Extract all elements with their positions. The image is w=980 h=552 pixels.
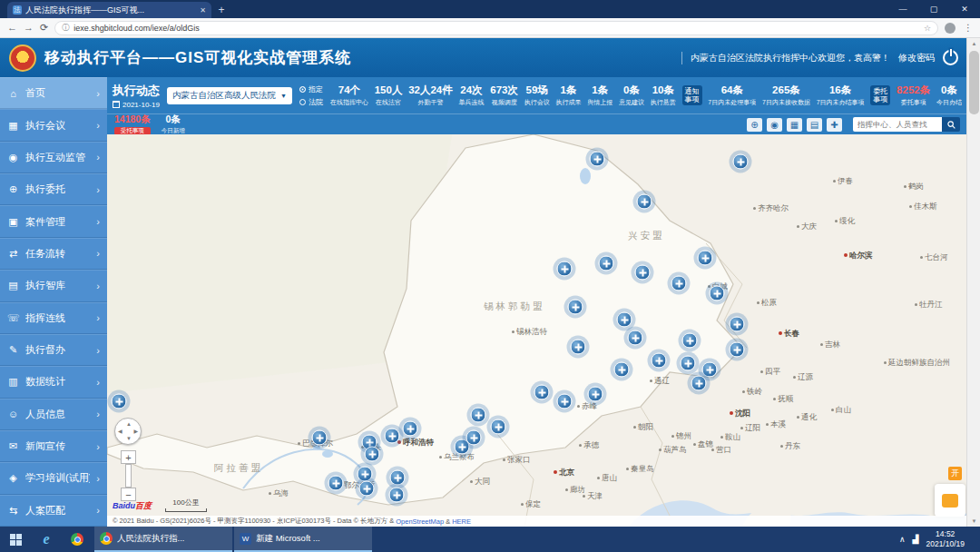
pan-right-icon[interactable]: ▶ [133,429,138,434]
court-marker[interactable] [312,430,328,446]
court-marker[interactable] [698,251,713,266]
maximize-button[interactable]: ▢ [918,0,949,18]
tray-expand-icon[interactable]: ∧ [899,535,906,544]
clock[interactable]: 14:52 2021/10/19 [926,529,965,548]
close-button[interactable]: ✕ [949,0,980,18]
court-marker[interactable] [557,394,573,409]
sidebar-item-meeting[interactable]: ▦执行会议› [0,109,107,141]
court-marker[interactable] [385,429,400,444]
bookmark-star-icon[interactable]: ☆ [924,24,931,33]
taskbar-task[interactable]: W新建 Microsoft ... [234,527,372,552]
panel-open-tab[interactable]: 开 [948,467,962,480]
here-link[interactable]: HERE [452,518,471,526]
change-password-link[interactable]: 修改密码 [898,52,935,64]
court-marker[interactable] [637,194,652,210]
court-marker[interactable] [730,317,745,332]
map-canvas[interactable]: 伊春齐齐哈尔鹤岗佳木斯大庆绥化哈尔滨七台河牡丹江松原白城长春吉林延边朝鲜族自治州… [107,134,980,527]
sidebar-item-personnel[interactable]: ☺人员信息› [0,399,107,430]
radio-designate[interactable]: 指定 [299,84,323,94]
zoom-slider[interactable] [125,464,132,488]
satellite-icon[interactable]: ◉ [767,118,782,132]
pan-left-icon[interactable]: ◀ [118,429,122,434]
sidebar-item-home[interactable]: ⌂首页› [0,77,107,109]
scroll-down-icon[interactable]: ▼ [967,516,980,527]
court-marker[interactable] [389,488,405,503]
network-icon[interactable]: ▟ [913,535,919,544]
osm-link[interactable]: OpenStreetMap [396,518,444,526]
sidebar-item-statistics[interactable]: ▥数据统计› [0,366,107,398]
ie-launch-button[interactable]: e [31,527,62,552]
court-marker[interactable] [571,340,586,355]
sidebar-item-hotline[interactable]: ☏指挥连线› [0,302,107,334]
court-marker[interactable] [652,353,667,369]
search-input[interactable] [853,117,942,132]
court-marker[interactable] [682,333,698,349]
sidebar-item-supervise[interactable]: ✎执行督办› [0,334,107,366]
target-icon[interactable]: ⊕ [747,118,762,132]
scrollbar-thumb[interactable] [969,51,979,114]
chrome-launch-button[interactable] [62,527,93,552]
tab-close-icon[interactable]: ✕ [200,6,206,15]
court-marker[interactable] [466,430,482,446]
refresh-button[interactable]: ⟳ [40,23,48,33]
floating-widget[interactable] [935,484,965,517]
sidebar-item-cases[interactable]: ▣案件管理› [0,205,107,237]
taskbar-task[interactable]: 人民法院执行指... [94,527,232,552]
court-marker[interactable] [359,481,375,497]
scroll-up-icon[interactable]: ▲ [967,38,980,49]
court-marker[interactable] [691,376,707,391]
sidebar-item-entrust[interactable]: ⊕执行委托› [0,173,107,205]
court-marker[interactable] [588,387,603,402]
court-marker[interactable] [365,447,380,462]
court-marker[interactable] [681,356,696,371]
forward-button[interactable]: → [24,23,34,33]
court-marker[interactable] [358,467,373,482]
sidebar-item-interaction[interactable]: ◉执行互动监管› [0,142,107,173]
grid-icon[interactable]: ▤ [807,118,822,132]
pan-up-icon[interactable]: ▲ [126,421,132,427]
new-tab-button[interactable]: + [211,2,231,18]
profile-icon[interactable] [945,23,956,34]
court-marker[interactable] [403,421,418,437]
court-marker[interactable] [590,152,605,167]
court-marker[interactable] [730,342,745,358]
logout-power-icon[interactable] [943,50,958,65]
court-marker[interactable] [491,419,506,435]
court-marker[interactable] [614,362,630,378]
print-icon[interactable]: ✚ [827,118,842,132]
sidebar-item-library[interactable]: ▤执行智库› [0,270,107,301]
layers-icon[interactable]: ▦ [787,118,802,132]
search-button[interactable] [942,117,960,132]
start-button[interactable] [0,527,31,552]
court-marker[interactable] [534,385,550,400]
court-marker[interactable] [671,276,687,291]
court-marker[interactable] [390,470,406,486]
court-marker[interactable] [710,286,725,301]
pan-down-icon[interactable]: ▼ [126,436,132,441]
court-marker[interactable] [628,330,643,346]
menu-dots-icon[interactable]: ⋮ [964,23,973,33]
address-bar[interactable]: ⓘ iexe.shgbitcloud.com/iexe/a/oldGis ☆ [54,21,938,35]
court-marker[interactable] [733,154,749,170]
back-button[interactable]: ← [7,23,17,33]
court-marker[interactable] [599,256,614,271]
court-marker[interactable] [702,362,718,378]
sidebar-item-matching[interactable]: ⇆人案匹配› [0,495,107,527]
court-marker[interactable] [557,261,573,277]
sidebar-item-flow[interactable]: ⇄任务流转› [0,238,107,270]
browser-tab[interactable]: 法 人民法院执行指挥——GIS可视... ✕ [7,2,211,18]
court-marker[interactable] [568,300,583,315]
zoom-out-button[interactable]: − [121,488,136,501]
minimize-button[interactable]: — [887,0,918,18]
site-info-icon[interactable]: ⓘ [62,23,69,33]
court-marker[interactable] [617,312,632,328]
radio-court[interactable]: 法院 [299,97,323,107]
zoom-in-button[interactable]: + [121,450,136,464]
court-marker[interactable] [112,394,127,409]
court-marker[interactable] [635,265,651,281]
court-select[interactable]: 内蒙古自治区高级人民法院 ▼ [167,87,292,104]
page-scrollbar[interactable]: ▲ ▼ [966,38,980,527]
court-marker[interactable] [471,408,486,423]
court-marker[interactable] [328,476,344,491]
sidebar-item-news[interactable]: ✉新闻宣传› [0,430,107,462]
